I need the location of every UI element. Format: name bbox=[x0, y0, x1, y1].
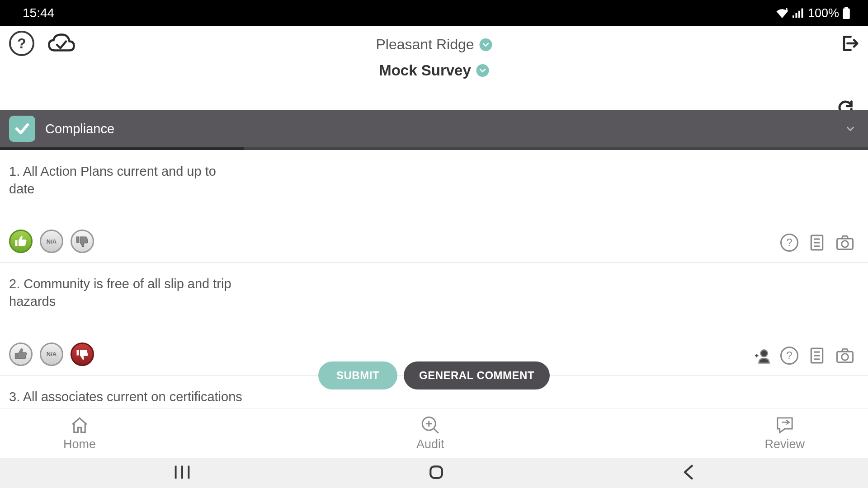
svg-rect-4 bbox=[801, 9, 803, 18]
android-status-bar: 15:44 100% bbox=[0, 0, 868, 26]
svg-line-23 bbox=[434, 429, 439, 433]
review-icon bbox=[775, 416, 794, 435]
question-help-icon[interactable]: ? bbox=[780, 234, 798, 252]
chevron-down-icon bbox=[480, 38, 492, 51]
section-title: Compliance bbox=[45, 122, 114, 136]
svg-rect-27 bbox=[430, 466, 442, 478]
question-text: 1. All Action Plans current and up to da… bbox=[9, 163, 244, 198]
general-comment-button[interactable]: GENERAL COMMENT bbox=[404, 361, 550, 389]
na-label: N/A bbox=[47, 351, 57, 357]
tab-label: Review bbox=[764, 437, 805, 451]
bottom-tab-bar: Home Audit Review bbox=[0, 408, 868, 458]
location-title: Pleasant Ridge bbox=[376, 36, 474, 53]
status-right: 100% bbox=[775, 6, 850, 20]
svg-point-12 bbox=[842, 241, 849, 248]
svg-rect-3 bbox=[798, 11, 800, 18]
section-header-compliance[interactable]: Compliance bbox=[0, 110, 868, 147]
submit-button[interactable]: SUBMIT bbox=[318, 361, 397, 389]
tab-audit[interactable]: Audit bbox=[416, 416, 444, 451]
survey-selector[interactable]: Mock Survey bbox=[376, 62, 492, 79]
svg-point-13 bbox=[760, 350, 767, 357]
signal-icon bbox=[793, 8, 804, 18]
status-time: 15:44 bbox=[23, 6, 54, 20]
audit-add-icon bbox=[421, 416, 440, 435]
svg-rect-6 bbox=[844, 7, 848, 9]
svg-rect-5 bbox=[843, 9, 850, 19]
thumbs-up-button[interactable] bbox=[9, 230, 33, 253]
chevron-down-icon bbox=[845, 124, 855, 134]
svg-point-19 bbox=[842, 353, 849, 360]
question-1: 1. All Action Plans current and up to da… bbox=[0, 150, 868, 263]
section-check-icon bbox=[9, 116, 35, 142]
cloud-sync-icon[interactable] bbox=[48, 33, 75, 54]
svg-point-0 bbox=[785, 9, 788, 11]
home-icon bbox=[70, 416, 89, 435]
recents-button[interactable] bbox=[173, 465, 191, 482]
logout-icon[interactable] bbox=[839, 33, 859, 53]
thumbs-down-button[interactable] bbox=[71, 230, 94, 253]
tab-label: Audit bbox=[416, 437, 444, 451]
action-button-row: SUBMIT GENERAL COMMENT bbox=[0, 361, 868, 389]
tab-review[interactable]: Review bbox=[764, 416, 805, 451]
android-nav-bar bbox=[0, 458, 868, 488]
tab-label: Home bbox=[63, 437, 96, 451]
na-button[interactable]: N/A bbox=[40, 230, 63, 253]
svg-rect-1 bbox=[793, 15, 794, 18]
help-icon[interactable]: ? bbox=[9, 31, 34, 56]
chevron-down-icon bbox=[476, 64, 489, 77]
back-button[interactable] bbox=[681, 465, 695, 482]
na-label: N/A bbox=[47, 238, 57, 245]
tab-home[interactable]: Home bbox=[63, 416, 96, 451]
wifi-icon bbox=[775, 8, 789, 19]
camera-icon[interactable] bbox=[835, 233, 854, 252]
survey-title: Mock Survey bbox=[379, 62, 471, 79]
battery-icon bbox=[843, 7, 850, 19]
question-text: 2. Community is free of all slip and tri… bbox=[9, 275, 244, 310]
app-header: ? Pleasant Ridge Mock Survey bbox=[0, 26, 868, 61]
svg-rect-2 bbox=[795, 13, 797, 18]
battery-percent: 100% bbox=[808, 6, 839, 20]
home-button[interactable] bbox=[429, 465, 444, 482]
location-selector[interactable]: Pleasant Ridge bbox=[376, 36, 492, 53]
note-icon[interactable] bbox=[807, 233, 826, 252]
question-2: 2. Community is free of all slip and tri… bbox=[0, 263, 868, 375]
